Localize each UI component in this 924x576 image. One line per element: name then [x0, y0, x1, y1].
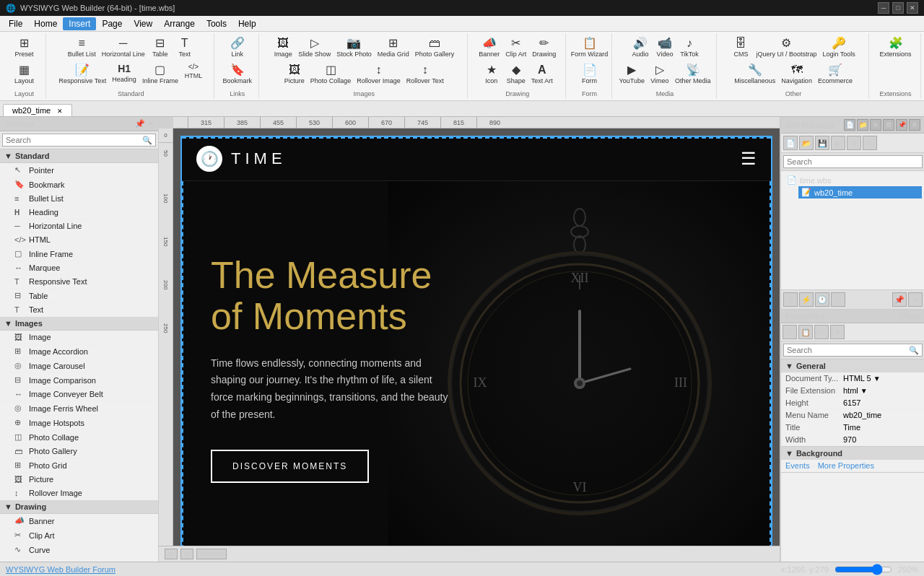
tool-picture[interactable]: 🖼Picture	[0, 473, 158, 486]
tool-html[interactable]: </>HTML	[0, 233, 158, 247]
tool-rollover-image[interactable]: ↕Rollover Image	[0, 486, 158, 500]
zoom-slider[interactable]	[834, 564, 892, 575]
rollover-image-button[interactable]: ↕Rollover Image	[354, 61, 403, 87]
tool-text[interactable]: TText	[0, 303, 158, 317]
canvas[interactable]: 🕐 TIME ☰	[180, 136, 772, 546]
tool-horizontal-line[interactable]: ─Horizontal Line	[0, 219, 158, 233]
tool-image-carousel[interactable]: ◎Image Carousel	[0, 359, 158, 373]
props-tb2[interactable]: 📋	[798, 325, 813, 339]
youtube-button[interactable]: ▶YouTube	[617, 61, 647, 87]
sm-tb-new[interactable]: 📄	[783, 136, 798, 150]
props-tb4[interactable]: ⬆	[830, 325, 845, 339]
banner-button[interactable]: 📣Banner	[476, 35, 502, 60]
sm-settings-icon[interactable]: ⚙	[883, 119, 894, 131]
forum-link[interactable]: WYSIWYG Web Builder Forum	[6, 565, 116, 574]
props-tb3[interactable]: ✏	[814, 325, 829, 339]
menu-tools[interactable]: Tools	[201, 17, 232, 30]
more-properties-link[interactable]: More Properties	[818, 461, 874, 470]
sm-delete-icon[interactable]: ✕	[870, 119, 881, 131]
close-button[interactable]: ✕	[907, 2, 918, 14]
sm-new-icon[interactable]: 📄	[844, 119, 855, 131]
other-media-button[interactable]: 📡Other Media	[673, 61, 713, 87]
events-link[interactable]: Events	[785, 461, 810, 470]
props-tab-events[interactable]: ⚡	[799, 292, 814, 307]
toolbox-search-input[interactable]	[2, 134, 156, 147]
menu-help[interactable]: Help	[232, 17, 262, 30]
form-button[interactable]: 📄Form	[578, 61, 601, 87]
sm-search-input[interactable]	[783, 155, 923, 168]
props-tb1[interactable]: ⊞	[783, 325, 797, 339]
menu-view[interactable]: View	[128, 17, 158, 30]
minimize-button[interactable]: ─	[878, 2, 889, 14]
heading-button[interactable]: H1Heading	[110, 61, 139, 85]
props-section-general-header[interactable]: ▼ General	[781, 359, 924, 372]
rollover-text-button[interactable]: ↕Rollover Text	[404, 61, 446, 87]
audio-button[interactable]: 🔊Audio	[629, 35, 652, 60]
toolbox-header-icons[interactable]: 📌 ✕	[135, 119, 154, 128]
tiktok-button[interactable]: ♪TikTok	[678, 35, 701, 60]
category-drawing-header[interactable]: ▼ Drawing	[0, 500, 158, 514]
bullet-list-button[interactable]: ≡Bullet List	[66, 35, 98, 60]
video-button[interactable]: 📹Video	[653, 35, 676, 60]
jquery-button[interactable]: ⚙jQuery UI / Bootstrap	[754, 35, 819, 60]
tool-photo-grid[interactable]: ⊞Photo Grid	[0, 458, 158, 473]
icon-button[interactable]: ★Icon	[480, 61, 503, 87]
toolbox-pin-icon[interactable]: 📌	[135, 119, 145, 128]
props-close[interactable]: ✕	[908, 292, 923, 307]
text-button[interactable]: TText	[173, 35, 196, 60]
login-button[interactable]: 🔑Login Tools	[820, 35, 857, 60]
category-standard-header[interactable]: ▼ Standard	[0, 149, 158, 163]
table-button[interactable]: ⊟Table	[149, 35, 172, 60]
stock-photo-button[interactable]: 📷Stock Photo	[334, 35, 374, 60]
props-tab-anim[interactable]: 🕐	[815, 292, 829, 307]
tool-bullet-list[interactable]: ≡Bullet List	[0, 192, 158, 206]
category-images-header[interactable]: ▼ Images	[0, 317, 158, 331]
tool-image[interactable]: 🖼Image	[0, 331, 158, 344]
tool-photo-collage[interactable]: ◫Photo Collage	[0, 430, 158, 445]
text-art-button[interactable]: AText Art	[529, 61, 555, 87]
tool-image-conveyer[interactable]: ↔Image Conveyer Belt	[0, 388, 158, 401]
tool-pointer[interactable]: ↖Pointer	[0, 163, 158, 178]
sm-folder-icon[interactable]: 📁	[857, 119, 868, 131]
misc-button[interactable]: 🔧Miscellaneous	[732, 61, 777, 87]
form-wizard-button[interactable]: 📋Form Wizard	[569, 35, 611, 60]
sm-tree-page[interactable]: 📝 wb20_time	[798, 186, 922, 198]
props-search-input[interactable]	[783, 344, 923, 357]
tool-image-comparison[interactable]: ⊟Image Comparison	[0, 373, 158, 388]
vimeo-button[interactable]: ▷Vimeo	[648, 61, 671, 87]
hero-button[interactable]: DISCOVER MOMENTS	[211, 450, 369, 483]
html-button[interactable]: </>HTML	[182, 61, 205, 82]
responsive-text-button[interactable]: 📝Responsive Text	[56, 61, 108, 87]
canvas-view-toggle1[interactable]: ⊕	[165, 549, 178, 559]
bookmark-button[interactable]: 🔖Bookmark	[221, 61, 255, 87]
menu-insert[interactable]: Insert	[63, 17, 96, 30]
sm-tb-preview[interactable]: ▶	[831, 136, 845, 150]
menu-file[interactable]: File	[3, 17, 28, 30]
image-button[interactable]: 🖼Image	[271, 35, 295, 60]
sm-tb-save[interactable]: 💾	[815, 136, 829, 150]
canvas-default-btn[interactable]: Default	[196, 549, 227, 559]
maximize-button[interactable]: □	[892, 2, 904, 14]
tool-inline-frame[interactable]: ▢Inline Frame	[0, 247, 158, 261]
sm-tb-delete[interactable]: ✕	[847, 136, 861, 150]
tab-close-icon[interactable]: ✕	[57, 108, 63, 115]
hamburger-menu[interactable]: ☰	[741, 149, 757, 169]
layout-button[interactable]: ▦Layout	[12, 61, 36, 87]
canvas-scroll[interactable]: 🕐 TIME ☰	[173, 128, 780, 546]
navigation-button[interactable]: 🗺Navigation	[779, 61, 814, 87]
canvas-view-toggle2[interactable]: ⊞	[180, 549, 193, 559]
tool-heading[interactable]: HHeading	[0, 206, 158, 219]
props-tab-warn[interactable]: ⚠	[831, 292, 845, 307]
statusbar-left[interactable]: WYSIWYG Web Builder Forum	[6, 565, 116, 574]
tab-wb20-time[interactable]: wb20_time ✕	[3, 104, 72, 116]
menu-home[interactable]: Home	[28, 17, 63, 30]
menu-page[interactable]: Page	[96, 17, 128, 30]
sm-tb-refresh[interactable]: ↻	[863, 136, 877, 150]
inline-frame-button[interactable]: ▢Inline Frame	[140, 61, 180, 87]
titlebar-controls[interactable]: ─ □ ✕	[878, 2, 918, 14]
extensions-button[interactable]: 🧩Extensions	[877, 35, 913, 60]
cms-button[interactable]: 🗄CMS	[729, 35, 752, 60]
tool-marquee[interactable]: ↔Marquee	[0, 261, 158, 275]
props-pin[interactable]: 📌	[892, 292, 907, 307]
picture-button[interactable]: 🖼Picture	[282, 61, 307, 87]
